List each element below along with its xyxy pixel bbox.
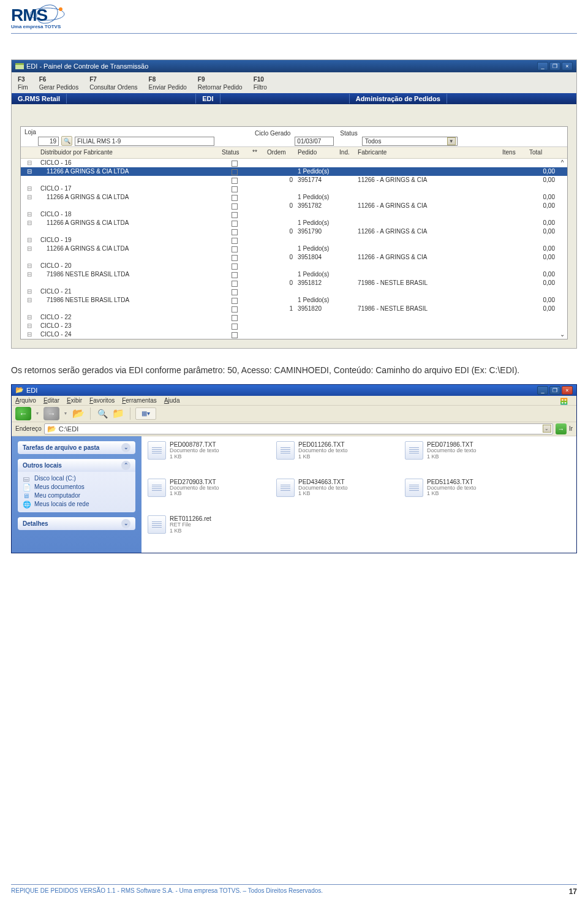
column-header[interactable] [21, 147, 38, 159]
table-row[interactable]: 0395178211266 - A GRINGS & CIA0,00 [21, 202, 567, 210]
table-row[interactable]: 0395180411266 - A GRINGS & CIA0,00 [21, 253, 567, 262]
menu-item[interactable]: Ferramentas [122, 397, 157, 404]
sidebar-item[interactable]: 🖴Disco local (C:) [23, 474, 130, 483]
breadcrumb-item: EDI [196, 94, 220, 104]
column-header[interactable] [557, 147, 567, 159]
table-row[interactable]: ⊟11266 A GRINGS & CIA LTDA1 Pedido(s)0,0… [21, 219, 567, 227]
loja-number-input[interactable]: 19 [38, 137, 59, 146]
column-header[interactable]: Fabricante [355, 147, 500, 159]
file-list[interactable]: PED008787.TXTDocumento de texto1 KBPED01… [141, 436, 576, 553]
close-button[interactable]: × [562, 62, 573, 70]
column-header[interactable]: Distribuidor por Fabricante [38, 147, 219, 159]
table-row[interactable]: ⊟CICLO - 16^ [21, 159, 567, 168]
table-row[interactable]: 0395181271986 - NESTLE BRASIL0,00 [21, 279, 567, 287]
go-button[interactable]: → [556, 423, 567, 434]
text-file-icon [276, 441, 295, 460]
body-paragraph: Os retornos serão gerados via EDI confor… [11, 365, 577, 377]
table-row[interactable]: 0395179011266 - A GRINGS & CIA0,00 [21, 227, 567, 236]
table-row[interactable]: ⊟71986 NESTLE BRASIL LTDA1 Pedido(s)0,00 [21, 270, 567, 279]
explorer-menu[interactable]: ArquivoEditarExibirFavoritosFerramentasA… [12, 396, 576, 406]
ciclo-field[interactable]: 01/03/07 [295, 137, 334, 146]
folder-icon: 📂 [47, 425, 56, 433]
page-footer: REPIQUE DE PEDIDOS VERSÃO 1.1 - RMS Soft… [11, 884, 577, 896]
brand-logo: RMS Uma empresa TOTVS [11, 7, 61, 29]
close-button[interactable]: × [562, 386, 573, 395]
collapse-icon[interactable]: ⌃ [121, 461, 130, 470]
file-item[interactable]: PED511463.TXTDocumento de texto1 KB [405, 479, 527, 498]
back-dropdown[interactable]: ▾ [34, 407, 41, 420]
folder-icon: 📂 [15, 386, 24, 394]
fkey[interactable]: F9 [198, 76, 252, 83]
collapse-icon[interactable]: ⌄ [121, 443, 130, 452]
window-titlebar: EDI - Painel de Controle de Transmissão … [12, 60, 576, 72]
view-mode-button[interactable]: ▦▾ [135, 407, 156, 420]
explorer-screenshot: 📂 EDI _ ❐ × ArquivoEditarExibirFavoritos… [11, 384, 577, 553]
table-row[interactable]: 1395182071986 - NESTLE BRASIL0,00 [21, 305, 567, 313]
table-row[interactable]: ⊟CICLO - 17 [21, 184, 567, 193]
table-row[interactable]: ⊟CICLO - 19 [21, 236, 567, 244]
column-header[interactable]: Ind. [337, 147, 355, 159]
table-row[interactable]: ⊟CICLO - 24⌄ [21, 330, 567, 339]
file-item[interactable]: PED008787.TXTDocumento de texto1 KB [148, 441, 270, 460]
chevron-down-icon[interactable]: ⌄ [543, 425, 551, 433]
status-select[interactable]: Todos ▼ [362, 137, 458, 146]
column-header[interactable]: Total [527, 147, 557, 159]
lookup-button[interactable]: 🔍 [61, 136, 72, 146]
menu-item[interactable]: Ajuda [164, 397, 180, 404]
minimize-button[interactable]: _ [537, 386, 548, 395]
loja-name-field: FILIAL RMS 1-9 [75, 137, 214, 146]
fkey[interactable]: F10 [254, 76, 277, 83]
details-pane[interactable]: Detalhes⌄ [18, 517, 135, 530]
table-row[interactable]: ⊟CICLO - 20 [21, 262, 567, 270]
column-header[interactable]: Itens [500, 147, 527, 159]
table-row[interactable]: ⊟CICLO - 23 [21, 322, 567, 330]
file-item[interactable]: PED071986.TXTDocumento de texto1 KB [405, 441, 527, 460]
column-header[interactable]: ** [250, 147, 265, 159]
fkey[interactable]: F7 [89, 76, 147, 83]
fkey[interactable]: F6 [39, 76, 88, 83]
loja-label: Loja [24, 129, 36, 135]
menu-item[interactable]: Favoritos [89, 397, 115, 404]
maximize-button[interactable]: ❐ [549, 62, 560, 70]
menu-item[interactable]: Exibir [67, 397, 82, 404]
file-item[interactable]: PED270903.TXTDocumento de texto1 KB [148, 479, 270, 498]
sidebar-item[interactable]: 🌐Meus locais de rede [23, 500, 130, 509]
menu-item[interactable]: Editar [43, 397, 59, 404]
sidebar-item[interactable]: 🖥Meu computador [23, 491, 130, 500]
column-header[interactable]: Status [219, 147, 250, 159]
table-row[interactable]: ⊟CICLO - 18 [21, 210, 567, 219]
menu-item[interactable]: Arquivo [15, 397, 36, 404]
orders-grid[interactable]: Distribuidor por FabricanteStatus**Ordem… [21, 146, 567, 339]
maximize-button[interactable]: ❐ [549, 386, 560, 395]
file-tasks-pane[interactable]: Tarefas de arquivo e pasta⌄ [18, 441, 135, 454]
column-header[interactable]: Ordem [265, 147, 295, 159]
file-item[interactable]: PED011266.TXTDocumento de texto1 KB [276, 441, 399, 460]
table-row[interactable]: ⊟71986 NESTLE BRASIL LTDA1 Pedido(s)0,00 [21, 296, 567, 305]
fkey[interactable]: F3 [18, 76, 38, 83]
other-places-pane: Outros locais⌃ 🖴Disco local (C:)📄Meus do… [18, 459, 135, 512]
forward-button: → [43, 407, 59, 420]
table-row[interactable]: ⊟11266 A GRINGS & CIA LTDA1 Pedido(s)0,0… [21, 167, 567, 176]
search-button[interactable]: 🔍 [96, 407, 109, 420]
column-header[interactable]: Pedido [295, 147, 337, 159]
fkey[interactable]: F8 [149, 76, 197, 83]
up-folder-button[interactable]: 📂 [72, 407, 85, 420]
file-item[interactable]: PED434663.TXTDocumento de texto1 KB [276, 479, 399, 498]
table-row[interactable]: ⊟CICLO - 21 [21, 287, 567, 296]
back-button[interactable]: ← [15, 407, 31, 420]
breadcrumb: G.RMS Retail EDI Administração de Pedido… [12, 93, 576, 104]
page-number: 17 [569, 887, 577, 896]
table-row[interactable]: 0395177411266 - A GRINGS & CIA0,00 [21, 176, 567, 184]
address-field[interactable]: 📂 C:\EDI ⌄ [44, 423, 553, 434]
file-item[interactable]: RET011266.retRET File1 KB [148, 515, 270, 534]
text-file-icon [276, 479, 295, 497]
app-icon [15, 63, 24, 69]
folders-button[interactable]: 📁 [111, 407, 125, 420]
table-row[interactable]: ⊟CICLO - 22 [21, 313, 567, 322]
table-row[interactable]: ⊟11266 A GRINGS & CIA LTDA1 Pedido(s)0,0… [21, 244, 567, 253]
table-row[interactable]: ⊟11266 A GRINGS & CIA LTDA1 Pedido(s)0,0… [21, 193, 567, 202]
sidebar-item[interactable]: 📄Meus documentos [23, 483, 130, 491]
minimize-button[interactable]: _ [537, 62, 548, 70]
text-file-icon [405, 479, 423, 497]
expand-icon[interactable]: ⌄ [121, 519, 130, 528]
